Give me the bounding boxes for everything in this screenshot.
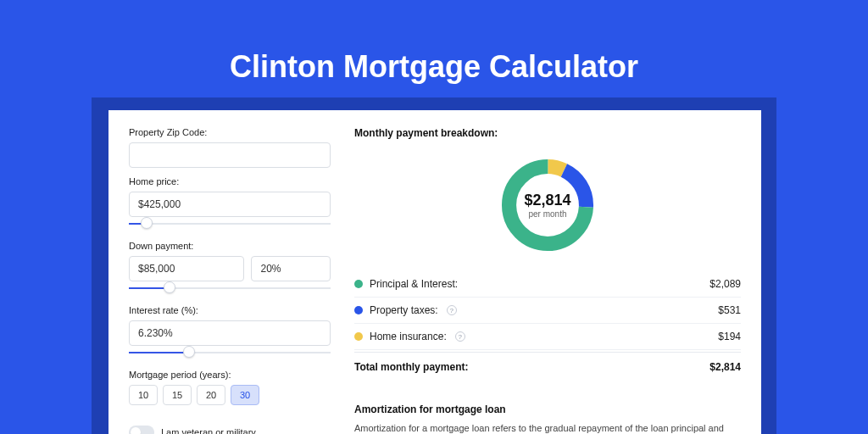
down-payment-group: Down payment: <box>129 241 331 293</box>
total-label: Total monthly payment: <box>354 361 468 373</box>
down-payment-label: Down payment: <box>129 241 331 251</box>
veteran-toggle-row: I am veteran or military <box>129 426 331 434</box>
down-payment-slider[interactable] <box>129 283 331 293</box>
total-value: $2,814 <box>709 361 741 373</box>
interest-label: Interest rate (%): <box>129 305 331 315</box>
interest-input[interactable] <box>129 320 331 346</box>
total-row: Total monthly payment: $2,814 <box>354 352 741 378</box>
breakdown-panel: Monthly payment breakdown: $2,814 per mo… <box>354 127 741 434</box>
interest-group: Interest rate (%): <box>129 305 331 358</box>
legend-label: Principal & Interest: <box>370 278 458 290</box>
input-form: Property Zip Code: Home price: Down paym… <box>129 127 331 434</box>
zip-label: Property Zip Code: <box>129 127 331 137</box>
slider-thumb[interactable] <box>164 281 175 293</box>
period-label: Mortgage period (years): <box>129 370 331 380</box>
legend-label: Property taxes: <box>370 304 438 316</box>
period-option-30[interactable]: 30 <box>231 385 259 405</box>
veteran-label: I am veteran or military <box>161 427 256 434</box>
home-price-input[interactable] <box>129 192 331 217</box>
legend-dot-icon <box>354 280 363 288</box>
legend-dot-icon <box>354 332 363 341</box>
period-option-15[interactable]: 15 <box>163 385 192 405</box>
donut-center: $2,814 per month <box>497 154 598 256</box>
breakdown-title: Monthly payment breakdown: <box>354 127 741 139</box>
period-option-10[interactable]: 10 <box>129 385 158 405</box>
page-title: Clinton Mortgage Calculator <box>0 0 868 85</box>
period-group: Mortgage period (years): 10 15 20 30 <box>129 370 331 405</box>
legend-value: $194 <box>718 331 741 342</box>
home-price-group: Home price: <box>129 176 331 229</box>
slider-thumb[interactable] <box>141 217 153 229</box>
info-icon[interactable]: ? <box>447 305 457 315</box>
legend-label: Home insurance: <box>370 331 447 342</box>
page-root: Clinton Mortgage Calculator Property Zip… <box>0 0 868 434</box>
down-payment-input[interactable] <box>129 256 244 281</box>
donut-center-sub: per month <box>528 209 566 219</box>
calculator-panel: Property Zip Code: Home price: Down paym… <box>108 110 761 434</box>
donut-center-value: $2,814 <box>524 192 570 209</box>
period-option-20[interactable]: 20 <box>197 385 225 405</box>
legend-value: $2,089 <box>709 278 741 290</box>
legend-value: $531 <box>718 304 741 316</box>
interest-slider[interactable] <box>129 348 331 358</box>
home-price-label: Home price: <box>129 176 331 186</box>
legend-row-principal: Principal & Interest: $2,089 <box>354 271 741 298</box>
slider-thumb[interactable] <box>183 346 195 358</box>
zip-group: Property Zip Code: <box>129 127 331 168</box>
amortization-text: Amortization for a mortgage loan refers … <box>354 422 741 434</box>
donut-chart: $2,814 per month <box>354 154 741 256</box>
home-price-slider[interactable] <box>129 219 331 229</box>
toggle-knob <box>131 427 141 434</box>
down-payment-pct-input[interactable] <box>251 256 331 281</box>
legend-row-insurance: Home insurance: ? $194 <box>354 324 741 350</box>
legend-row-taxes: Property taxes: ? $531 <box>354 298 741 324</box>
zip-input[interactable] <box>129 142 331 168</box>
veteran-toggle[interactable] <box>129 426 154 434</box>
period-segmented: 10 15 20 30 <box>129 385 331 405</box>
amortization-title: Amortization for mortgage loan <box>354 403 741 415</box>
info-icon[interactable]: ? <box>455 331 465 342</box>
legend-dot-icon <box>354 306 363 314</box>
